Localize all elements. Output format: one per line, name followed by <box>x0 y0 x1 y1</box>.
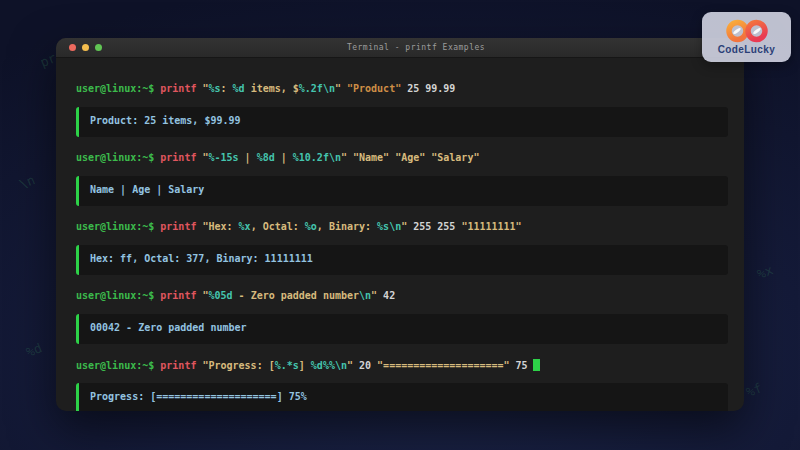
command-segment-num: 42 <box>377 290 395 301</box>
command-line: user@linux:~$ printf "%-15s | %8d | %10.… <box>76 152 728 164</box>
command-output: Progress: [====================] 75% <box>76 383 728 411</box>
command-segment-str: "====================" <box>377 360 509 371</box>
command-segment-spec: %-15s <box>208 152 238 163</box>
command-segment-spec: %s <box>377 221 389 232</box>
command-segment-str: , Binary: <box>317 221 377 232</box>
command-segment-spec: %x <box>239 221 251 232</box>
command-segment-str: " <box>347 360 359 371</box>
command-segment-str: "11111111" <box>461 221 521 232</box>
window-title: Terminal - printf Examples <box>56 43 744 52</box>
terminal-window: Terminal - printf Examples user@linux:~$… <box>56 38 744 411</box>
command-segment-prompt: user@linux:~$ <box>76 83 160 94</box>
command-segment-num: 20 <box>359 360 377 371</box>
watermark-text: \n <box>17 172 37 192</box>
command-output: 00042 - Zero padded number <box>76 314 728 344</box>
command-segment-str: "Progress: [ <box>202 360 274 371</box>
command-segment-str: ] <box>299 360 311 371</box>
command-output: Name | Age | Salary <box>76 176 728 206</box>
codelucky-infinity-icon <box>725 19 769 43</box>
command-output: Product: 25 items, $99.99 <box>76 107 728 137</box>
command-line: user@linux:~$ printf "%05d - Zero padded… <box>76 290 728 302</box>
command-segment-str: | <box>239 152 257 163</box>
command-segment-str: "Hex: <box>202 221 238 232</box>
command-segment-spec: \n <box>323 83 335 94</box>
command-segment-cmd: printf <box>160 83 202 94</box>
command-segment-spec: %s <box>208 83 220 94</box>
watermark-text: %d <box>24 340 44 360</box>
command-segment-spec: %.*s <box>275 360 299 371</box>
command-segment-str: " <box>335 83 347 94</box>
printf-example: user@linux:~$ printf "Progress: [%.*s] %… <box>76 359 728 411</box>
command-segment-spec: \n <box>389 221 401 232</box>
command-segment-str: : <box>221 83 233 94</box>
printf-example: user@linux:~$ printf "Hex: %x, Octal: %o… <box>76 221 728 275</box>
command-segment-arg: "Product" <box>347 83 401 94</box>
command-segment-spec: %05d <box>208 290 232 301</box>
command-segment-prompt: user@linux:~$ <box>76 360 160 371</box>
command-segment-cmd: printf <box>160 290 202 301</box>
printf-example: user@linux:~$ printf "%-15s | %8d | %10.… <box>76 152 728 206</box>
command-segment-cmd: printf <box>160 360 202 371</box>
printf-example: user@linux:~$ printf "%s: %d items, $%.2… <box>76 83 728 137</box>
command-segment-spec: %d <box>311 360 323 371</box>
command-segment-spec: %o <box>305 221 317 232</box>
command-segment-spec: %% <box>323 360 335 371</box>
command-line: user@linux:~$ printf "Progress: [%.*s] %… <box>76 359 728 371</box>
command-segment-str: - Zero padded number <box>233 290 359 301</box>
watermark-text: %f <box>744 380 764 400</box>
command-segment-str: , Octal: <box>251 221 305 232</box>
titlebar: Terminal - printf Examples <box>56 38 744 58</box>
command-segment-num: 25 99.99 <box>401 83 455 94</box>
terminal-cursor <box>533 359 540 371</box>
command-segment-str: " <box>341 152 353 163</box>
terminal-body[interactable]: user@linux:~$ printf "%s: %d items, $%.2… <box>56 58 744 411</box>
command-line: user@linux:~$ printf "%s: %d items, $%.2… <box>76 83 728 95</box>
printf-example: user@linux:~$ printf "%05d - Zero padded… <box>76 290 728 344</box>
command-segment-spec: %8d <box>257 152 275 163</box>
command-output: Hex: ff, Octal: 377, Binary: 11111111 <box>76 245 728 275</box>
command-segment-prompt: user@linux:~$ <box>76 152 160 163</box>
command-segment-num: 75 <box>510 360 528 371</box>
command-segment-spec: \n <box>335 360 347 371</box>
command-segment-str: "Name" "Age" "Salary" <box>353 152 479 163</box>
command-line: user@linux:~$ printf "Hex: %x, Octal: %o… <box>76 221 728 233</box>
command-segment-str: items, $ <box>245 83 299 94</box>
command-segment-spec: %.2f <box>299 83 323 94</box>
watermark-text: %x <box>755 262 775 282</box>
command-segment-spec: %d <box>233 83 245 94</box>
command-segment-prompt: user@linux:~$ <box>76 221 160 232</box>
command-segment-spec: \n <box>329 152 341 163</box>
command-segment-prompt: user@linux:~$ <box>76 290 160 301</box>
command-segment-cmd: printf <box>160 152 202 163</box>
command-segment-spec: %10.2f <box>293 152 329 163</box>
codelucky-badge: CodeLucky <box>702 12 791 62</box>
codelucky-label: CodeLucky <box>718 44 776 55</box>
command-segment-cmd: printf <box>160 221 202 232</box>
command-segment-str: | <box>275 152 293 163</box>
command-segment-num: 255 255 <box>413 221 461 232</box>
command-segment-spec: \n <box>359 290 371 301</box>
command-segment-str: " <box>401 221 413 232</box>
